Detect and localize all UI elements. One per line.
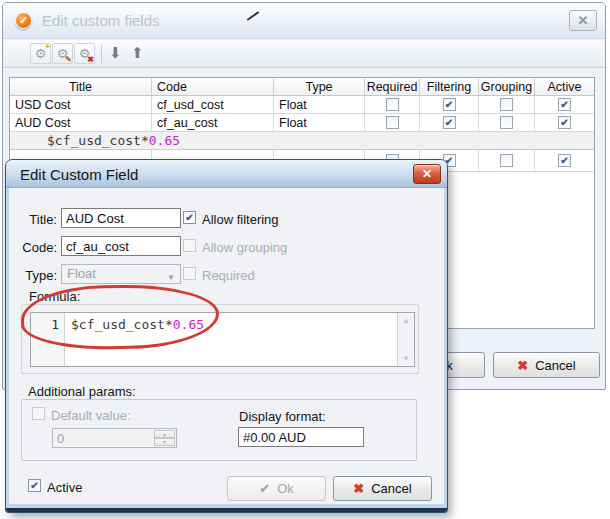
cancel-button[interactable]: ✖ Cancel xyxy=(333,476,432,501)
display-format-input[interactable] xyxy=(238,427,364,447)
cancel-x-icon: ✖ xyxy=(353,481,364,496)
cell-type: Float xyxy=(274,114,365,131)
display-format-label: Display format: xyxy=(239,409,326,424)
chevron-down-icon: ▼ xyxy=(167,269,175,287)
default-value-checkbox xyxy=(32,407,45,420)
code-input[interactable] xyxy=(61,236,181,256)
app-icon: ✓ xyxy=(15,12,32,29)
column-header-type[interactable]: Type xyxy=(274,78,365,95)
formula-text: $cf_usd_cost* xyxy=(47,133,149,148)
grouping-checkbox[interactable] xyxy=(500,154,513,167)
required-checkbox xyxy=(183,267,196,280)
default-value: 0 xyxy=(57,431,64,446)
cell-active: ✔ xyxy=(535,114,594,131)
title-field-label: Title: xyxy=(13,212,57,227)
ok-button[interactable]: ✔ Ok xyxy=(227,476,326,501)
edit-field-button[interactable]: ⚙ ✎ xyxy=(52,43,73,64)
additional-params-label: Additional params: xyxy=(28,384,136,399)
active-checkbox[interactable]: ✔ xyxy=(558,154,571,167)
formula-code-text: $cf_usd_cost* xyxy=(71,317,173,332)
active-checkbox[interactable]: ✔ xyxy=(558,116,571,129)
edit-custom-field-dialog: Edit Custom Field ✕ Title: ✔ Allow filte… xyxy=(6,160,447,512)
allow-filtering-checkbox[interactable]: ✔ xyxy=(183,211,196,224)
cancel-x-icon: ✖ xyxy=(517,358,528,373)
required-checkbox[interactable] xyxy=(386,98,399,111)
delete-icon: ✖ xyxy=(87,55,94,64)
grouping-checkbox[interactable] xyxy=(500,98,513,111)
cancel-label: Cancel xyxy=(371,481,411,496)
formula-code-number: 0.65 xyxy=(173,317,204,332)
type-value: Float xyxy=(67,266,96,281)
main-titlebar[interactable]: ✓ Edit custom fields ✕ xyxy=(3,3,605,39)
line-number: 1 xyxy=(51,317,59,332)
toolbar-separator xyxy=(101,45,102,63)
type-select: Float ▼ xyxy=(61,264,181,284)
formula-code-line[interactable]: $cf_usd_cost*0.65 xyxy=(71,317,204,332)
formula-preview-row: $cf_usd_cost*0.65 xyxy=(10,132,594,150)
cell-filtering: ✔ xyxy=(420,114,479,131)
filtering-checkbox[interactable]: ✔ xyxy=(443,116,456,129)
column-header-active[interactable]: Active xyxy=(535,78,594,95)
cell-code: cf_au_cost xyxy=(152,114,274,131)
pencil-icon: ✎ xyxy=(65,55,72,64)
dialog-titlebar[interactable]: Edit Custom Field ✕ xyxy=(6,160,447,188)
grouping-checkbox[interactable] xyxy=(500,116,513,129)
pen-mark xyxy=(247,11,260,21)
cell-required xyxy=(365,114,420,131)
dialog-close-icon[interactable]: ✕ xyxy=(413,164,441,184)
table-row[interactable]: USD Cost cf_usd_cost Float ✔ ✔ xyxy=(10,96,594,114)
code-field-label: Code: xyxy=(13,240,57,255)
spinner-buttons: ▲ ▼ xyxy=(154,430,175,446)
cell-active: ✔ xyxy=(535,150,594,171)
column-header-required[interactable]: Required xyxy=(365,78,420,95)
active-checkbox[interactable]: ✔ xyxy=(558,98,571,111)
dialog-title: Edit Custom Field xyxy=(20,166,138,183)
cell-title: USD Cost xyxy=(10,96,152,113)
table-row[interactable]: AUD Cost cf_au_cost Float ✔ ✔ xyxy=(10,114,594,132)
type-field-label: Type: xyxy=(13,268,57,283)
allow-grouping-label: Allow grouping xyxy=(202,240,287,255)
default-value-label: Default value: xyxy=(51,408,131,423)
column-header-code[interactable]: Code xyxy=(152,78,274,95)
title-input[interactable] xyxy=(61,208,181,228)
delete-field-button[interactable]: ⚙ ✖ xyxy=(74,43,95,64)
scroll-down-icon[interactable]: ▼ xyxy=(398,354,414,363)
table-header-row: Title Code Type Required Filtering Group… xyxy=(10,78,594,96)
move-up-button[interactable]: ⬆ xyxy=(131,44,144,62)
column-header-title[interactable]: Title xyxy=(10,78,152,95)
close-icon[interactable]: ✕ xyxy=(569,10,597,31)
allow-grouping-checkbox xyxy=(183,239,196,252)
check-icon: ✔ xyxy=(259,481,270,496)
spin-down-icon: ▼ xyxy=(154,438,175,446)
cell-filtering: ✔ xyxy=(420,96,479,113)
add-icon: + xyxy=(45,42,50,51)
formula-scrollbar[interactable]: ▲ ▼ xyxy=(397,313,414,366)
formula-number: 0.65 xyxy=(149,133,180,148)
column-header-filtering[interactable]: Filtering xyxy=(420,78,479,95)
cell-grouping xyxy=(479,96,535,113)
move-down-button[interactable]: ⬇ xyxy=(109,44,122,62)
line-number-gutter: 1 xyxy=(31,313,65,366)
cell-title: AUD Cost xyxy=(10,114,152,131)
dialog-body: Title: ✔ Allow filtering Code: Allow gro… xyxy=(9,188,444,504)
screen: ✓ Edit custom fields ✕ ⚙ + ⚙ ✎ ⚙ ✖ ⬇ ⬆ xyxy=(0,0,610,519)
main-window-title: Edit custom fields xyxy=(42,12,160,29)
required-checkbox[interactable] xyxy=(386,116,399,129)
scroll-up-icon[interactable]: ▲ xyxy=(398,316,414,325)
cancel-button-background-window[interactable]: ✖ Cancel xyxy=(493,352,600,378)
formula-label: Formula: xyxy=(29,289,80,304)
spin-up-icon: ▲ xyxy=(154,430,175,438)
active-checkbox[interactable]: ✔ xyxy=(28,479,41,492)
filtering-checkbox[interactable]: ✔ xyxy=(443,98,456,111)
add-field-button[interactable]: ⚙ + xyxy=(30,43,51,64)
ok-label: Ok xyxy=(277,481,294,496)
default-value-spinner: 0 ▲ ▼ xyxy=(52,428,177,448)
required-label: Required xyxy=(202,268,255,283)
column-header-grouping[interactable]: Grouping xyxy=(479,78,535,95)
cancel-label: Cancel xyxy=(535,358,575,373)
formula-editor[interactable]: 1 $cf_usd_cost*0.65 ▲ ▼ xyxy=(30,312,415,367)
cell-type: Float xyxy=(274,96,365,113)
cell-required xyxy=(365,96,420,113)
allow-filtering-label: Allow filtering xyxy=(202,212,279,227)
cell-active: ✔ xyxy=(535,96,594,113)
